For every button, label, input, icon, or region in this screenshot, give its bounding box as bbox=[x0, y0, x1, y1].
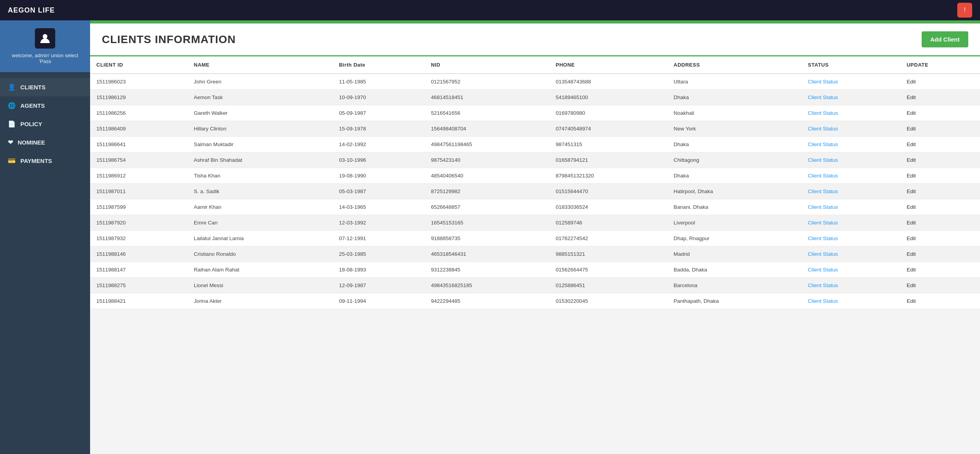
sidebar-item-nominee[interactable]: ❤ NOMINEE bbox=[0, 133, 90, 152]
edit-link[interactable]: Edit bbox=[907, 141, 916, 147]
edit-link[interactable]: Edit bbox=[907, 204, 916, 210]
cell-status[interactable]: Client Status bbox=[802, 184, 900, 199]
cell-update[interactable]: Edit bbox=[900, 199, 980, 215]
clients-icon: 👤 bbox=[8, 83, 16, 91]
sidebar-item-payments[interactable]: 💳 PAYMENTS bbox=[0, 152, 90, 170]
edit-link[interactable]: Edit bbox=[907, 188, 916, 194]
client-status-link[interactable]: Client Status bbox=[808, 282, 838, 288]
client-status-link[interactable]: Client Status bbox=[808, 79, 838, 85]
cell-status[interactable]: Client Status bbox=[802, 199, 900, 215]
client-status-link[interactable]: Client Status bbox=[808, 188, 838, 194]
cell-phone: 013548743688 bbox=[550, 74, 667, 90]
edit-link[interactable]: Edit bbox=[907, 110, 916, 116]
cell-status[interactable]: Client Status bbox=[802, 293, 900, 309]
add-client-button[interactable]: Add Client bbox=[922, 31, 968, 47]
cell-update[interactable]: Edit bbox=[900, 215, 980, 231]
cell-update[interactable]: Edit bbox=[900, 105, 980, 121]
edit-link[interactable]: Edit bbox=[907, 220, 916, 226]
edit-link[interactable]: Edit bbox=[907, 267, 916, 273]
client-status-link[interactable]: Client Status bbox=[808, 298, 838, 304]
cell-status[interactable]: Client Status bbox=[802, 90, 900, 105]
cell-update[interactable]: Edit bbox=[900, 74, 980, 90]
cell-birth: 07-12-1991 bbox=[333, 231, 425, 246]
cell-status[interactable]: Client Status bbox=[802, 262, 900, 278]
cell-status[interactable]: Client Status bbox=[802, 168, 900, 184]
sidebar-nav: 👤 CLIENTS 🌐 AGENTS 📄 POLICY ❤ NOMINEE 💳 … bbox=[0, 72, 90, 454]
cell-update[interactable]: Edit bbox=[900, 121, 980, 137]
cell-client-id: 1511987011 bbox=[90, 184, 188, 199]
cell-update[interactable]: Edit bbox=[900, 168, 980, 184]
edit-link[interactable]: Edit bbox=[907, 126, 916, 132]
table-row: 1511986754 Ashraf Bin Shahadat 03-10-199… bbox=[90, 152, 980, 168]
edit-link[interactable]: Edit bbox=[907, 282, 916, 288]
green-accent-bar bbox=[90, 20, 980, 24]
client-status-link[interactable]: Client Status bbox=[808, 251, 838, 257]
cell-address: Dhap, Rnagpur bbox=[667, 231, 802, 246]
cell-name: Jorina Akter bbox=[188, 293, 333, 309]
cell-update[interactable]: Edit bbox=[900, 90, 980, 105]
edit-link[interactable]: Edit bbox=[907, 298, 916, 304]
cell-status[interactable]: Client Status bbox=[802, 137, 900, 152]
col-status: STATUS bbox=[802, 56, 900, 74]
cell-update[interactable]: Edit bbox=[900, 262, 980, 278]
col-phone: PHONE bbox=[550, 56, 667, 74]
cell-update[interactable]: Edit bbox=[900, 152, 980, 168]
cell-update[interactable]: Edit bbox=[900, 293, 980, 309]
cell-nid: 49843516825185 bbox=[425, 278, 550, 293]
edit-link[interactable]: Edit bbox=[907, 157, 916, 163]
client-status-link[interactable]: Client Status bbox=[808, 110, 838, 116]
edit-link[interactable]: Edit bbox=[907, 235, 916, 241]
payments-icon: 💳 bbox=[8, 157, 16, 165]
table-row: 1511986129 Aemon Task 10-09-1970 4681451… bbox=[90, 90, 980, 105]
sidebar-item-agents[interactable]: 🌐 AGENTS bbox=[0, 96, 90, 115]
cell-status[interactable]: Client Status bbox=[802, 215, 900, 231]
cell-nid: 16545153165 bbox=[425, 215, 550, 231]
client-status-link[interactable]: Client Status bbox=[808, 267, 838, 273]
cell-name: S. a. Sadik bbox=[188, 184, 333, 199]
client-status-link[interactable]: Client Status bbox=[808, 235, 838, 241]
nominee-icon: ❤ bbox=[8, 139, 13, 146]
sidebar-item-policy[interactable]: 📄 POLICY bbox=[0, 115, 90, 133]
cell-update[interactable]: Edit bbox=[900, 278, 980, 293]
table-row: 1511987920 Emre Can 12-03-1992 165451531… bbox=[90, 215, 980, 231]
cell-update[interactable]: Edit bbox=[900, 231, 980, 246]
svg-point-0 bbox=[43, 34, 47, 39]
edit-link[interactable]: Edit bbox=[907, 173, 916, 179]
alert-button[interactable]: ! bbox=[957, 3, 972, 18]
cell-nid: 48540406540 bbox=[425, 168, 550, 184]
col-nid: NID bbox=[425, 56, 550, 74]
edit-link[interactable]: Edit bbox=[907, 251, 916, 257]
col-update: UPDATE bbox=[900, 56, 980, 74]
cell-update[interactable]: Edit bbox=[900, 137, 980, 152]
cell-status[interactable]: Client Status bbox=[802, 74, 900, 90]
cell-birth: 14-02-1992 bbox=[333, 137, 425, 152]
cell-status[interactable]: Client Status bbox=[802, 278, 900, 293]
cell-nid: 9875423140 bbox=[425, 152, 550, 168]
client-status-link[interactable]: Client Status bbox=[808, 220, 838, 226]
cell-client-id: 1511986256 bbox=[90, 105, 188, 121]
client-status-link[interactable]: Client Status bbox=[808, 141, 838, 147]
cell-status[interactable]: Client Status bbox=[802, 105, 900, 121]
cell-update[interactable]: Edit bbox=[900, 246, 980, 262]
client-status-link[interactable]: Client Status bbox=[808, 157, 838, 163]
client-status-link[interactable]: Client Status bbox=[808, 94, 838, 100]
cell-birth: 10-09-1970 bbox=[333, 90, 425, 105]
cell-status[interactable]: Client Status bbox=[802, 231, 900, 246]
cell-status[interactable]: Client Status bbox=[802, 246, 900, 262]
cell-nid: 9312238845 bbox=[425, 262, 550, 278]
sidebar: welcome, admin' union select 'Pass 👤 CLI… bbox=[0, 20, 90, 454]
client-status-link[interactable]: Client Status bbox=[808, 204, 838, 210]
client-status-link[interactable]: Client Status bbox=[808, 126, 838, 132]
cell-phone: 54189465100 bbox=[550, 90, 667, 105]
cell-birth: 11-05-1985 bbox=[333, 74, 425, 90]
sidebar-item-label: AGENTS bbox=[20, 102, 45, 109]
cell-phone: 074740548974 bbox=[550, 121, 667, 137]
cell-update[interactable]: Edit bbox=[900, 184, 980, 199]
sidebar-item-clients[interactable]: 👤 CLIENTS bbox=[0, 78, 90, 96]
edit-link[interactable]: Edit bbox=[907, 79, 916, 85]
cell-status[interactable]: Client Status bbox=[802, 152, 900, 168]
sidebar-item-label: PAYMENTS bbox=[20, 157, 52, 164]
edit-link[interactable]: Edit bbox=[907, 94, 916, 100]
cell-status[interactable]: Client Status bbox=[802, 121, 900, 137]
client-status-link[interactable]: Client Status bbox=[808, 173, 838, 179]
